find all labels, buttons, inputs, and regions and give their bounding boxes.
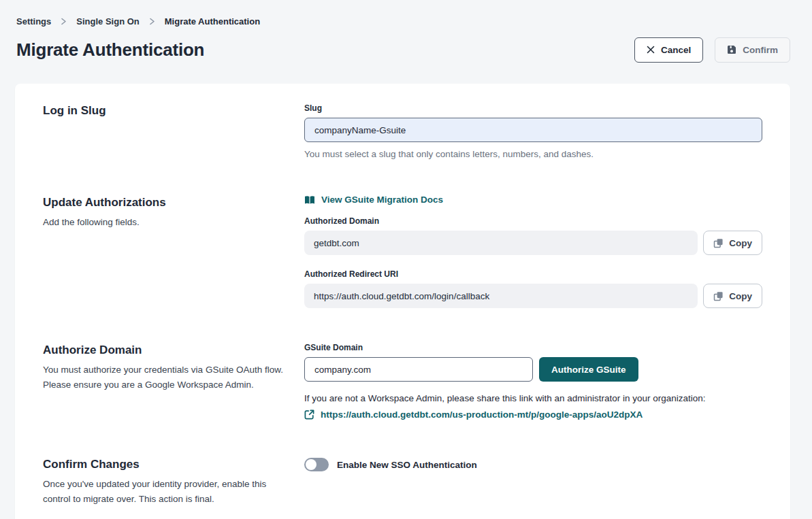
slug-label: Slug — [304, 103, 762, 114]
slug-input[interactable] — [304, 118, 762, 142]
confirm-button[interactable]: Confirm — [715, 37, 790, 63]
chevron-right-icon — [61, 18, 67, 25]
authorize-domain-description: You must authorize your credentials via … — [43, 363, 288, 392]
update-authorizations-heading: Update Authorizations — [43, 195, 288, 211]
copy-icon — [713, 291, 724, 301]
breadcrumb-settings[interactable]: Settings — [16, 16, 51, 27]
gsuite-migration-docs-link-label: View GSuite Migration Docs — [321, 195, 443, 205]
copy-redirect-uri-button[interactable]: Copy — [703, 284, 762, 308]
section-authorize-domain: Authorize Domain You must authorize your… — [43, 342, 762, 422]
page-title: Migrate Authentication — [16, 39, 204, 61]
copy-authorized-domain-button[interactable]: Copy — [703, 231, 762, 255]
authorized-redirect-uri-group: Authorized Redirect URI https://auth.clo… — [304, 269, 762, 308]
section-login-slug: Log in Slug Slug You must select a slug … — [43, 103, 762, 161]
breadcrumb-single-sign-on[interactable]: Single Sign On — [76, 16, 139, 27]
update-authorizations-description: Add the following fields. — [43, 215, 288, 230]
authorize-domain-heading: Authorize Domain — [43, 342, 288, 358]
cancel-button[interactable]: Cancel — [634, 37, 703, 63]
authorized-redirect-uri-value: https://auth.cloud.getdbt.com/login/call… — [304, 284, 698, 308]
gsuite-domain-input[interactable] — [304, 357, 533, 382]
authorized-domain-value: getdbt.com — [304, 231, 698, 255]
copy-button-label: Copy — [729, 238, 752, 248]
breadcrumb: Settings Single Sign On Migrate Authenti… — [16, 15, 790, 27]
authorized-redirect-uri-label: Authorized Redirect URI — [304, 269, 762, 280]
header-actions: Cancel Confirm — [634, 37, 790, 63]
gsuite-migration-docs-link[interactable]: View GSuite Migration Docs — [304, 195, 443, 205]
confirm-changes-heading: Confirm Changes — [43, 456, 288, 473]
slug-helper-text: You must select a slug that only contain… — [304, 148, 762, 161]
close-icon — [647, 46, 655, 54]
confirm-changes-description: Once you've updated your identity provid… — [43, 477, 288, 507]
confirm-button-label: Confirm — [743, 45, 778, 55]
authorized-domain-label: Authorized Domain — [304, 216, 762, 227]
cancel-button-label: Cancel — [661, 45, 691, 55]
login-slug-heading: Log in Slug — [43, 103, 288, 119]
book-icon — [304, 195, 315, 205]
section-update-authorizations: Update Authorizations Add the following … — [43, 195, 762, 308]
save-icon — [727, 45, 736, 54]
enable-sso-toggle[interactable] — [304, 458, 329, 471]
page-header: Settings Single Sign On Migrate Authenti… — [0, 0, 812, 63]
enable-sso-toggle-label: Enable New SSO Authentication — [337, 460, 477, 470]
breadcrumb-migrate-authentication: Migrate Authentication — [165, 16, 260, 27]
settings-card: Log in Slug Slug You must select a slug … — [15, 84, 790, 519]
authorize-gsuite-button[interactable]: Authorize GSuite — [539, 357, 638, 382]
section-confirm-changes: Confirm Changes Once you've updated your… — [43, 456, 762, 507]
chevron-right-icon — [149, 18, 155, 25]
admin-share-link[interactable]: https://auth.cloud.getdbt.com/us-product… — [304, 409, 643, 420]
admin-share-link-label: https://auth.cloud.getdbt.com/us-product… — [321, 409, 643, 420]
external-link-icon — [304, 409, 314, 420]
workspace-admin-note: If you are not a Workspace Admin, please… — [304, 392, 762, 405]
gsuite-domain-label: GSuite Domain — [304, 342, 762, 353]
title-row: Migrate Authentication Cancel Confirm — [16, 36, 790, 63]
copy-button-label: Copy — [729, 291, 752, 301]
copy-icon — [713, 238, 724, 248]
toggle-knob — [306, 459, 316, 470]
authorized-domain-group: Authorized Domain getdbt.com Copy — [304, 216, 762, 255]
